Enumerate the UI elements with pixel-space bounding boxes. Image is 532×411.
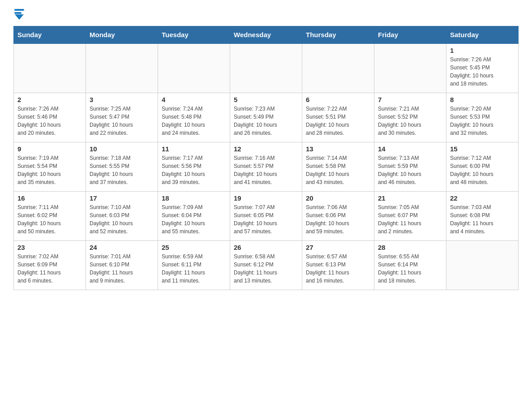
day-info: Sunrise: 7:24 AM Sunset: 5:48 PM Dayligh… <box>162 105 226 137</box>
calendar-cell: 4Sunrise: 7:24 AM Sunset: 5:48 PM Daylig… <box>158 93 230 142</box>
calendar-cell: 27Sunrise: 6:57 AM Sunset: 6:13 PM Dayli… <box>302 240 374 290</box>
day-info: Sunrise: 7:22 AM Sunset: 5:51 PM Dayligh… <box>306 105 370 137</box>
day-info: Sunrise: 6:55 AM Sunset: 6:14 PM Dayligh… <box>378 253 442 285</box>
day-info: Sunrise: 7:02 AM Sunset: 6:09 PM Dayligh… <box>17 253 82 285</box>
calendar-cell: 1Sunrise: 7:26 AM Sunset: 5:45 PM Daylig… <box>446 43 519 93</box>
day-info: Sunrise: 7:26 AM Sunset: 5:45 PM Dayligh… <box>450 56 515 88</box>
day-number: 25 <box>162 244 226 251</box>
calendar-cell <box>302 43 374 93</box>
day-info: Sunrise: 7:03 AM Sunset: 6:08 PM Dayligh… <box>450 203 515 235</box>
day-info: Sunrise: 7:01 AM Sunset: 6:10 PM Dayligh… <box>90 253 154 285</box>
calendar-cell: 13Sunrise: 7:14 AM Sunset: 5:58 PM Dayli… <box>302 142 374 191</box>
calendar-cell <box>14 43 86 93</box>
day-info: Sunrise: 7:13 AM Sunset: 5:59 PM Dayligh… <box>378 154 442 186</box>
logo <box>13 9 24 19</box>
day-number: 23 <box>17 244 82 251</box>
day-info: Sunrise: 6:59 AM Sunset: 6:11 PM Dayligh… <box>162 253 226 285</box>
calendar-cell <box>374 43 446 93</box>
calendar-cell: 16Sunrise: 7:11 AM Sunset: 6:02 PM Dayli… <box>14 191 86 240</box>
calendar-cell: 3Sunrise: 7:25 AM Sunset: 5:47 PM Daylig… <box>86 93 158 142</box>
day-number: 14 <box>378 145 442 153</box>
calendar-table: SundayMondayTuesdayWednesdayThursdayFrid… <box>13 26 519 290</box>
calendar-cell: 23Sunrise: 7:02 AM Sunset: 6:09 PM Dayli… <box>14 240 86 290</box>
calendar-cell: 8Sunrise: 7:20 AM Sunset: 5:53 PM Daylig… <box>446 93 519 142</box>
day-info: Sunrise: 7:05 AM Sunset: 6:07 PM Dayligh… <box>378 203 442 235</box>
calendar-cell: 14Sunrise: 7:13 AM Sunset: 5:59 PM Dayli… <box>374 142 446 191</box>
day-number: 15 <box>450 145 515 153</box>
day-number: 22 <box>450 194 515 202</box>
calendar-cell <box>446 240 519 290</box>
calendar-cell: 10Sunrise: 7:18 AM Sunset: 5:55 PM Dayli… <box>86 142 158 191</box>
calendar-cell: 26Sunrise: 6:58 AM Sunset: 6:12 PM Dayli… <box>230 240 302 290</box>
day-info: Sunrise: 7:07 AM Sunset: 6:05 PM Dayligh… <box>234 203 298 235</box>
weekday-header-saturday: Saturday <box>446 26 519 44</box>
day-info: Sunrise: 7:09 AM Sunset: 6:04 PM Dayligh… <box>162 203 226 235</box>
day-number: 20 <box>306 194 370 202</box>
day-info: Sunrise: 7:26 AM Sunset: 5:46 PM Dayligh… <box>17 105 82 137</box>
day-info: Sunrise: 7:14 AM Sunset: 5:58 PM Dayligh… <box>306 154 370 186</box>
calendar-cell: 28Sunrise: 6:55 AM Sunset: 6:14 PM Dayli… <box>374 240 446 290</box>
calendar-cell <box>158 43 230 93</box>
day-number: 11 <box>162 145 226 153</box>
day-number: 1 <box>450 47 515 54</box>
day-number: 27 <box>306 244 370 251</box>
day-number: 18 <box>162 194 226 202</box>
day-info: Sunrise: 6:57 AM Sunset: 6:13 PM Dayligh… <box>306 253 370 285</box>
day-info: Sunrise: 7:20 AM Sunset: 5:53 PM Dayligh… <box>450 105 515 137</box>
calendar-cell: 19Sunrise: 7:07 AM Sunset: 6:05 PM Dayli… <box>230 191 302 240</box>
day-number: 8 <box>450 96 515 103</box>
day-number: 4 <box>162 96 226 103</box>
weekday-header-wednesday: Wednesday <box>230 26 302 44</box>
calendar-cell: 17Sunrise: 7:10 AM Sunset: 6:03 PM Dayli… <box>86 191 158 240</box>
day-info: Sunrise: 7:21 AM Sunset: 5:52 PM Dayligh… <box>378 105 442 137</box>
calendar-cell: 24Sunrise: 7:01 AM Sunset: 6:10 PM Dayli… <box>86 240 158 290</box>
calendar-cell: 9Sunrise: 7:19 AM Sunset: 5:54 PM Daylig… <box>14 142 86 191</box>
day-info: Sunrise: 7:12 AM Sunset: 6:00 PM Dayligh… <box>450 154 515 186</box>
day-number: 16 <box>17 194 82 202</box>
day-number: 19 <box>234 194 298 202</box>
calendar-week-1: 1Sunrise: 7:26 AM Sunset: 5:45 PM Daylig… <box>14 43 519 93</box>
calendar-week-4: 16Sunrise: 7:11 AM Sunset: 6:02 PM Dayli… <box>14 191 519 240</box>
calendar-cell: 15Sunrise: 7:12 AM Sunset: 6:00 PM Dayli… <box>446 142 519 191</box>
day-info: Sunrise: 7:10 AM Sunset: 6:03 PM Dayligh… <box>90 203 154 235</box>
logo-icon <box>14 9 24 20</box>
weekday-header-sunday: Sunday <box>14 26 86 44</box>
weekday-header-friday: Friday <box>374 26 446 44</box>
calendar-cell: 7Sunrise: 7:21 AM Sunset: 5:52 PM Daylig… <box>374 93 446 142</box>
day-number: 6 <box>306 96 370 103</box>
weekday-header-row: SundayMondayTuesdayWednesdayThursdayFrid… <box>14 26 519 44</box>
weekday-header-monday: Monday <box>86 26 158 44</box>
day-number: 3 <box>90 96 154 103</box>
weekday-header-tuesday: Tuesday <box>158 26 230 44</box>
day-info: Sunrise: 7:06 AM Sunset: 6:06 PM Dayligh… <box>306 203 370 235</box>
day-number: 24 <box>90 244 154 251</box>
calendar-cell: 5Sunrise: 7:23 AM Sunset: 5:49 PM Daylig… <box>230 93 302 142</box>
day-number: 2 <box>17 96 82 103</box>
day-number: 12 <box>234 145 298 153</box>
calendar-cell <box>230 43 302 93</box>
day-number: 5 <box>234 96 298 103</box>
day-info: Sunrise: 6:58 AM Sunset: 6:12 PM Dayligh… <box>234 253 298 285</box>
calendar-cell <box>86 43 158 93</box>
day-number: 7 <box>378 96 442 103</box>
day-number: 21 <box>378 194 442 202</box>
day-info: Sunrise: 7:18 AM Sunset: 5:55 PM Dayligh… <box>90 154 154 186</box>
day-info: Sunrise: 7:17 AM Sunset: 5:56 PM Dayligh… <box>162 154 226 186</box>
calendar-cell: 18Sunrise: 7:09 AM Sunset: 6:04 PM Dayli… <box>158 191 230 240</box>
day-info: Sunrise: 7:25 AM Sunset: 5:47 PM Dayligh… <box>90 105 154 137</box>
calendar-week-3: 9Sunrise: 7:19 AM Sunset: 5:54 PM Daylig… <box>14 142 519 191</box>
day-info: Sunrise: 7:11 AM Sunset: 6:02 PM Dayligh… <box>17 203 82 235</box>
day-number: 28 <box>378 244 442 251</box>
calendar-cell: 22Sunrise: 7:03 AM Sunset: 6:08 PM Dayli… <box>446 191 519 240</box>
day-number: 10 <box>90 145 154 153</box>
weekday-header-thursday: Thursday <box>302 26 374 44</box>
day-info: Sunrise: 7:16 AM Sunset: 5:57 PM Dayligh… <box>234 154 298 186</box>
day-number: 9 <box>17 145 82 153</box>
calendar-cell: 25Sunrise: 6:59 AM Sunset: 6:11 PM Dayli… <box>158 240 230 290</box>
day-info: Sunrise: 7:23 AM Sunset: 5:49 PM Dayligh… <box>234 105 298 137</box>
calendar-cell: 2Sunrise: 7:26 AM Sunset: 5:46 PM Daylig… <box>14 93 86 142</box>
day-number: 13 <box>306 145 370 153</box>
calendar-week-5: 23Sunrise: 7:02 AM Sunset: 6:09 PM Dayli… <box>14 240 519 290</box>
day-number: 26 <box>234 244 298 251</box>
calendar-cell: 12Sunrise: 7:16 AM Sunset: 5:57 PM Dayli… <box>230 142 302 191</box>
